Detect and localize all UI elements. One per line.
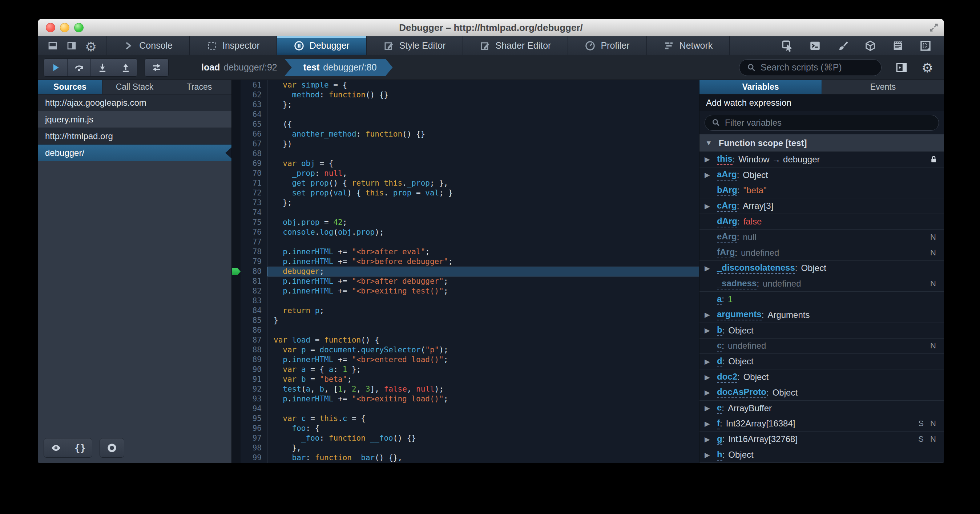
code-line[interactable]: 82 p.innerHTML += "<br>exiting test()"; bbox=[232, 286, 699, 296]
code-line[interactable]: 69 var obj = { bbox=[232, 159, 699, 168]
variable-value[interactable]: Object bbox=[773, 387, 798, 398]
code-line[interactable]: 77 bbox=[232, 237, 699, 247]
stackframe-crumb[interactable]: testdebugger/:80 bbox=[285, 59, 393, 76]
line-number[interactable]: 83 bbox=[232, 296, 267, 306]
variable-name[interactable]: doc2 bbox=[717, 371, 737, 383]
variable-name[interactable]: arguments bbox=[717, 309, 762, 320]
variables-tab-events[interactable]: Events bbox=[822, 80, 944, 94]
code-line[interactable]: 97 _foo: function __foo() {} bbox=[232, 433, 699, 443]
code-line[interactable]: 79 p.innerHTML += "<br>before debugger"; bbox=[232, 257, 699, 267]
variable-value[interactable]: Int32Array[16384] bbox=[726, 419, 795, 428]
expand-arrow-icon[interactable]: ▶ bbox=[705, 373, 717, 381]
variable-name[interactable]: _sadness bbox=[717, 278, 757, 290]
variable-row[interactable]: ▶h:Object bbox=[700, 447, 944, 463]
resize-icon[interactable] bbox=[929, 22, 939, 33]
variable-value[interactable]: undefined bbox=[741, 248, 779, 258]
line-number[interactable]: 78 bbox=[232, 247, 267, 257]
line-number[interactable]: 86 bbox=[232, 325, 267, 335]
sources-tab-traces[interactable]: Traces bbox=[167, 80, 231, 94]
code-line[interactable]: 73 }; bbox=[232, 198, 699, 208]
variable-value[interactable]: Object bbox=[743, 372, 768, 382]
code-line[interactable]: 72 set prop(val) { this._prop = val; } bbox=[232, 188, 699, 198]
line-number[interactable]: 67 bbox=[232, 139, 267, 149]
line-number[interactable]: 76 bbox=[232, 227, 267, 237]
line-number[interactable]: 68 bbox=[232, 149, 267, 159]
variable-row[interactable]: ▶aArg:Object bbox=[700, 167, 944, 183]
tab-style-editor[interactable]: Style Editor bbox=[367, 36, 463, 55]
code-line[interactable]: 90 var a = { a: 1 }; bbox=[232, 365, 699, 374]
variable-name[interactable]: eArg bbox=[717, 232, 737, 243]
debugger-options-gear-icon[interactable]: ⚙ bbox=[921, 61, 934, 74]
variable-row[interactable]: ▶cArg:Array[3] bbox=[700, 198, 944, 214]
line-number[interactable]: 87 bbox=[232, 335, 267, 345]
line-number[interactable]: 81 bbox=[232, 276, 267, 286]
line-number[interactable]: 84 bbox=[232, 306, 267, 316]
variable-value[interactable]: Object bbox=[728, 356, 753, 366]
pretty-print-button[interactable]: {} bbox=[68, 438, 92, 457]
variable-row[interactable]: ▶docAsProto:Object bbox=[700, 385, 944, 401]
variable-row[interactable]: ▶f:Int32Array[16384]S N bbox=[700, 416, 944, 432]
split-console-icon[interactable] bbox=[809, 40, 821, 52]
code-line[interactable]: 85} bbox=[232, 316, 699, 325]
code-line[interactable]: 94 bbox=[232, 404, 699, 414]
line-number[interactable]: 93 bbox=[232, 394, 267, 404]
variable-name[interactable]: fArg bbox=[717, 247, 735, 258]
code-line[interactable]: 98 }, bbox=[232, 443, 699, 453]
gear-icon[interactable]: ⚙ bbox=[85, 40, 97, 51]
line-number[interactable]: 62 bbox=[232, 90, 267, 100]
code-line[interactable]: 67 }) bbox=[232, 139, 699, 149]
line-number[interactable]: 61 bbox=[232, 80, 267, 90]
variable-name[interactable]: this bbox=[717, 154, 733, 165]
variable-value[interactable]: Int16Array[32768] bbox=[728, 434, 798, 444]
line-number[interactable]: 82 bbox=[232, 286, 267, 296]
variable-name[interactable]: f bbox=[717, 418, 720, 429]
variable-row[interactable]: ▶this:Window → debugger bbox=[700, 152, 944, 167]
3d-view-icon[interactable] bbox=[864, 40, 877, 52]
code-line[interactable]: 89 p.innerHTML += "<br>entered load()"; bbox=[232, 355, 699, 365]
sources-tab-sources[interactable]: Sources bbox=[38, 80, 102, 94]
variable-name[interactable]: h bbox=[717, 449, 722, 461]
code-line[interactable]: 80 debugger; bbox=[232, 267, 699, 276]
variable-name[interactable]: b bbox=[717, 325, 722, 336]
resume-button[interactable] bbox=[44, 59, 67, 76]
line-number[interactable]: 66 bbox=[232, 129, 267, 139]
variable-value[interactable]: false bbox=[743, 216, 762, 227]
expand-arrow-icon[interactable]: ▶ bbox=[705, 388, 717, 397]
code-line[interactable]: 61 var simple = { bbox=[232, 80, 699, 90]
code-line[interactable]: 70 _prop: null, bbox=[232, 168, 699, 178]
tab-network[interactable]: Network bbox=[647, 36, 730, 55]
code-line[interactable]: 87var load = function() { bbox=[232, 335, 699, 345]
step-out-button[interactable] bbox=[114, 59, 137, 76]
expand-arrow-icon[interactable]: ▶ bbox=[705, 404, 717, 412]
variable-row[interactable]: eArg:nullN bbox=[700, 230, 944, 245]
paintbrush-icon[interactable] bbox=[837, 40, 849, 52]
variable-value[interactable]: null bbox=[743, 232, 756, 242]
variable-name[interactable]: _disconsolateness bbox=[717, 263, 795, 274]
line-number[interactable]: 99 bbox=[232, 453, 267, 463]
code-line[interactable]: 65 ({ bbox=[232, 119, 699, 129]
code-line[interactable]: 71 get prop() { return this._prop; }, bbox=[232, 178, 699, 188]
tab-profiler[interactable]: Profiler bbox=[568, 36, 646, 55]
step-in-button[interactable] bbox=[91, 59, 114, 76]
variable-value[interactable]: Object bbox=[728, 325, 753, 336]
code-line[interactable]: 88 var p = document.querySelector("p"); bbox=[232, 345, 699, 355]
tab-console[interactable]: Console bbox=[107, 36, 190, 55]
variable-row[interactable]: ▶e:ArrayBuffer bbox=[700, 401, 944, 416]
stackframe-crumb[interactable]: loaddebugger/:92 bbox=[192, 59, 287, 76]
source-group-label[interactable]: http://htmlpad.org bbox=[38, 128, 231, 144]
expand-arrow-icon[interactable]: ▶ bbox=[705, 326, 717, 335]
expand-arrow-icon[interactable]: ▶ bbox=[705, 435, 717, 444]
source-group-label[interactable]: http://ajax.googleapis.com bbox=[38, 94, 231, 111]
sources-tab-call-stack[interactable]: Call Stack bbox=[102, 80, 167, 94]
line-number[interactable]: 79 bbox=[232, 257, 267, 267]
line-number[interactable]: 77 bbox=[232, 237, 267, 247]
code-line[interactable]: 81 p.innerHTML += "<br>after debugger"; bbox=[232, 276, 699, 286]
add-watch-expression[interactable]: Add watch expression bbox=[700, 94, 944, 111]
expand-arrow-icon[interactable]: ▶ bbox=[705, 264, 717, 273]
variable-name[interactable]: c bbox=[717, 340, 722, 352]
variable-row[interactable]: c:undefinedN bbox=[700, 339, 944, 354]
line-number[interactable]: 71 bbox=[232, 178, 267, 188]
variable-row[interactable]: ▶b:Object bbox=[700, 323, 944, 339]
line-number[interactable]: 72 bbox=[232, 188, 267, 198]
script-search[interactable] bbox=[739, 59, 881, 76]
